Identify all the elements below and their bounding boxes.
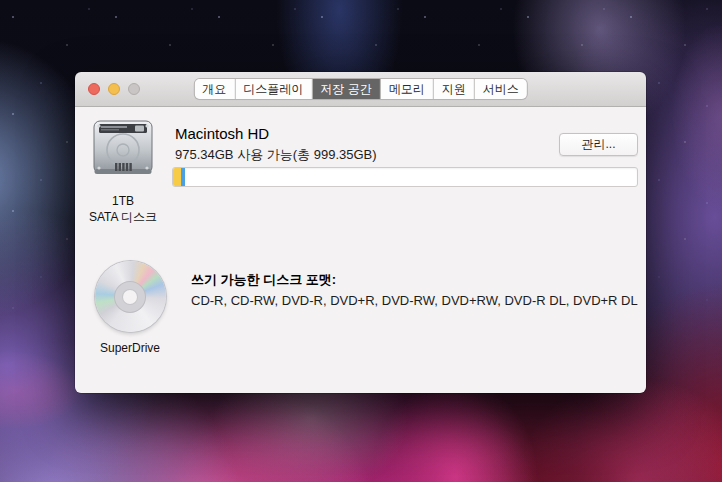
writable-formats-list: CD-R, CD-RW, DVD-R, DVD+R, DVD-RW, DVD+R… (191, 293, 638, 308)
zoom-button[interactable] (128, 83, 140, 95)
window-controls (88, 83, 140, 95)
disk-caption: 1TB SATA 디스크 (86, 193, 160, 225)
storage-bar-segment (181, 168, 185, 186)
tab-overview[interactable]: 개요 (194, 79, 235, 99)
tab-storage[interactable]: 저장 공간 (312, 79, 380, 99)
manage-button[interactable]: 관리... (559, 133, 638, 156)
tab-displays[interactable]: 디스플레이 (235, 79, 312, 99)
tab-bar: 개요 디스플레이 저장 공간 메모리 지원 서비스 (194, 79, 526, 99)
disk-name: Macintosh HD (175, 125, 269, 142)
storage-pane: 1TB SATA 디스크 Macintosh HD 975.34GB 사용 가능… (75, 107, 646, 393)
internal-disk-item: 1TB SATA 디스크 (86, 119, 160, 225)
disk-caption-type: SATA 디스크 (86, 209, 160, 225)
tab-memory[interactable]: 메모리 (381, 79, 434, 99)
superdrive-item: SuperDrive (93, 261, 167, 356)
desktop: 개요 디스플레이 저장 공간 메모리 지원 서비스 (0, 0, 722, 482)
storage-bar-segment (173, 168, 181, 186)
close-button[interactable] (88, 83, 100, 95)
storage-usage-bar (172, 167, 638, 187)
tab-support[interactable]: 지원 (434, 79, 475, 99)
writable-formats-title: 쓰기 가능한 디스크 포맷: (191, 271, 336, 289)
superdrive-name: SuperDrive (93, 341, 167, 356)
disk-caption-size: 1TB (86, 193, 160, 209)
optical-disc-icon (95, 261, 166, 332)
minimize-button[interactable] (108, 83, 120, 95)
disk-available-text: 975.34GB 사용 가능(총 999.35GB) (175, 146, 377, 164)
about-this-mac-window: 개요 디스플레이 저장 공간 메모리 지원 서비스 (75, 72, 646, 393)
tab-service[interactable]: 서비스 (475, 79, 527, 99)
window-titlebar[interactable]: 개요 디스플레이 저장 공간 메모리 지원 서비스 (75, 72, 646, 107)
hard-drive-icon (91, 119, 155, 181)
